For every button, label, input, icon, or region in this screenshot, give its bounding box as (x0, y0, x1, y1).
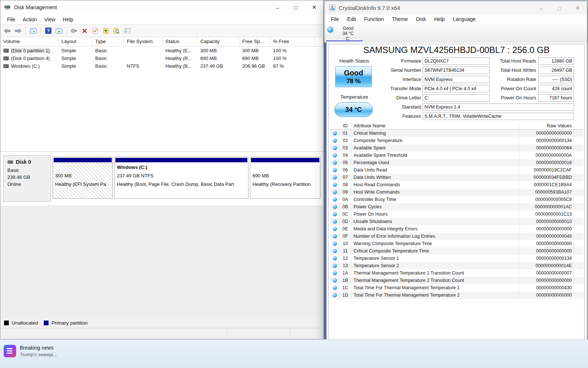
smart-attribute-row[interactable]: 1B Thermal Management Temperature 2 Tran… (330, 277, 584, 284)
cdi-menu-item[interactable]: Function (360, 14, 388, 24)
dm-menu-item[interactable]: Action (19, 14, 41, 25)
smart-attribute-row[interactable]: 05 Percentage Used 00000000000016 (330, 159, 584, 166)
smart-header-raw[interactable]: Raw Values (519, 122, 574, 129)
dm-empty-area (0, 205, 323, 318)
drive-tab-c[interactable]: Good 34 °C C: (325, 25, 363, 42)
cdi-maximize-button[interactable]: □ (550, 1, 569, 15)
dm-maximize-button[interactable]: □ (287, 0, 305, 14)
action-pane-icon[interactable] (54, 26, 64, 36)
drive-model-title: SAMSUNG MZVL4256HBJD-00BL7 : 256.0 GB (329, 45, 584, 55)
smart-attribute-row[interactable]: 04 Available Spare Threshold 00000000000… (330, 152, 584, 159)
dm-close-button[interactable]: ✕ (305, 0, 323, 14)
rescan-disks-icon[interactable] (69, 26, 79, 36)
volume-disk-icon (3, 56, 9, 60)
cdi-menu-item[interactable]: File (327, 14, 343, 24)
smart-attribute-row[interactable]: 0A Controller Busy Time 000000000005C8 (330, 196, 584, 203)
col-freespace[interactable]: Free Sp... (239, 38, 270, 46)
partition-recovery[interactable]: 690 MB Healthy (Recovery Partition (250, 157, 320, 199)
attribute-id: 02 (340, 137, 351, 144)
dm-window-title: Disk Management (14, 4, 57, 10)
dm-menubar: File Action View Help (0, 14, 323, 25)
col-pctfree[interactable]: % Free (270, 38, 315, 46)
col-volume[interactable]: Volume (0, 38, 58, 46)
dm-menu-item[interactable]: View (40, 14, 59, 25)
partition-status: Healthy (Boot, Page File, Crash Dump, Ba… (115, 180, 248, 188)
smart-attribute-row[interactable]: 11 Critical Composite Temperature Time 0… (330, 247, 584, 255)
properties-check-icon[interactable] (90, 26, 100, 36)
col-layout[interactable]: Layout (58, 38, 92, 46)
partition-color-bar (115, 158, 247, 162)
smart-attribute-row[interactable]: 02 Composite Temperature 00000000000134 (330, 137, 584, 144)
smart-attribute-row[interactable]: 12 Temperature Sensor 1 00000000000134 (330, 255, 584, 262)
dm-titlebar[interactable]: Disk Management – □ ✕ (0, 0, 323, 14)
attribute-raw-value: 0000001CE1B9A4 (519, 181, 574, 188)
smart-attribute-row[interactable]: 1C Total Time For Thermal Management Tem… (330, 284, 584, 291)
smart-attribute-row[interactable]: 0B Power Cycles 000000000001AC (330, 203, 584, 210)
cdi-titlebar[interactable]: CrystalDiskInfo 9.7.0 x64 – □ ✕ (325, 1, 587, 14)
smart-attribute-row[interactable]: 09 Host Write Commands 000000593BA107 (330, 188, 584, 196)
smart-attribute-row[interactable]: 1A Thermal Management Temperature 1 Tran… (330, 269, 584, 277)
cdi-menu-item[interactable]: Theme (388, 14, 412, 24)
smart-attribute-row[interactable]: 0D Unsafe Shutdowns 00000000000010 (330, 218, 584, 225)
attribute-name: Thermal Management Temperature 2 Transit… (351, 278, 519, 283)
legend-unallocated-label: Unallocated (12, 320, 38, 326)
smart-attribute-row[interactable]: 06 Data Units Read 000000019C2CAF (330, 166, 584, 174)
toolbar-separator (40, 27, 41, 35)
col-status[interactable]: Status (162, 38, 197, 46)
volume-disk-icon (3, 64, 9, 68)
col-capacity[interactable]: Capacity (197, 38, 239, 46)
delete-volume-icon[interactable] (80, 26, 89, 36)
import-icon[interactable] (101, 26, 111, 36)
smart-attribute-row[interactable]: 0E Media and Data Integrity Errors 00000… (330, 225, 584, 233)
dm-minimize-button[interactable]: – (268, 0, 287, 14)
attribute-raw-value: 000000000005C8 (519, 196, 574, 203)
attribute-status-orb-icon (333, 205, 337, 209)
dm-menu-item[interactable]: File (3, 14, 19, 25)
smart-attribute-row[interactable]: 1D Total Time For Thermal Management Tem… (330, 291, 584, 299)
col-type[interactable]: Type (92, 38, 124, 46)
widgets-button[interactable]: Breaking news Trump's sweepi... (4, 345, 57, 357)
cdi-minimize-button[interactable]: – (532, 1, 550, 15)
smart-attribute-row[interactable]: 10 Warning Composite Temperature Time 00… (330, 240, 584, 247)
attribute-name: Critical Composite Temperature Time (351, 248, 519, 254)
back-icon[interactable] (3, 26, 12, 36)
total-host-writes-label: Total Host Writes (483, 67, 536, 74)
disk0-panel[interactable]: Disk 0 Basic 238.46 GB Online (3, 155, 51, 202)
svg-text:?: ? (47, 28, 49, 33)
volume-row[interactable]: (Disk 0 partition 1) Simple Basic Health… (0, 47, 323, 54)
help-icon[interactable]: ? (43, 26, 53, 36)
cdi-menu-item[interactable]: Edit (343, 14, 360, 24)
attribute-status-orb-icon (333, 278, 337, 283)
cdi-close-button[interactable]: ✕ (569, 1, 587, 15)
drive-tab-status: Good (334, 26, 362, 31)
smart-attribute-row[interactable]: 0C Power On Hours 00000000001C13 (330, 210, 584, 218)
volume-name: (Disk 0 partition 4) (11, 56, 50, 61)
smart-attribute-row[interactable]: 13 Temperature Sensor 2 0000000000014E (330, 262, 584, 269)
attribute-id: 1B (340, 277, 351, 284)
explore-icon[interactable] (112, 26, 121, 36)
volume-row[interactable]: (Disk 0 partition 4) Simple Basic Health… (0, 54, 323, 62)
partition-windows-c[interactable]: Windows (C:) 237.49 GB NTFS Healthy (Boo… (114, 157, 248, 199)
forward-icon[interactable] (13, 26, 23, 36)
console-tree-icon[interactable] (28, 26, 38, 36)
attribute-id: 10 (340, 240, 351, 247)
smart-attribute-row[interactable]: 03 Available Spare 00000000000064 (330, 144, 584, 152)
cdi-menu-item[interactable]: Disk (412, 14, 430, 24)
smart-attribute-row[interactable]: 0F Number of Error Information Log Entri… (330, 233, 584, 240)
smart-table-header: ID Attribute Name Raw Values (330, 122, 584, 130)
attribute-status-orb-icon (333, 153, 337, 158)
smart-header-id[interactable]: ID (340, 122, 351, 129)
task-list-icon[interactable] (122, 26, 132, 36)
smart-attribute-row[interactable]: 07 Data Units Written 000000034FEBBD (330, 174, 584, 181)
dm-menu-item[interactable]: Help (59, 14, 77, 25)
partition-efi[interactable]: 300 MB Healthy (EFI System Pa (53, 157, 113, 199)
attribute-status-orb-icon (333, 241, 337, 246)
cdi-menu-item[interactable]: Language (449, 14, 480, 24)
features-value: S.M.A.R.T., TRIM, VolatileWriteCache (423, 113, 574, 120)
smart-header-name[interactable]: Attribute Name (351, 123, 519, 128)
smart-attribute-row[interactable]: 01 Critical Warning 00000000000000 (330, 130, 584, 137)
col-filesystem[interactable]: File System (124, 38, 162, 46)
cdi-menu-item[interactable]: Help (430, 14, 449, 24)
volume-row[interactable]: Windows (C:) Simple Basic NTFS Healthy (… (0, 62, 323, 70)
smart-attribute-row[interactable]: 08 Host Read Commands 0000001CE1B9A4 (330, 181, 584, 188)
